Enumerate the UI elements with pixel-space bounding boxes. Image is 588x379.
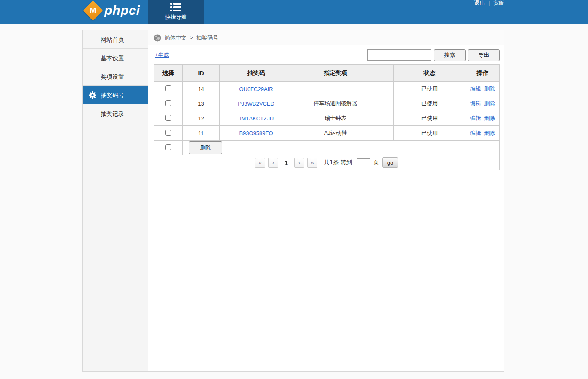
table-row: 14 OU0FC29AIR 已使用 编辑 删除	[154, 82, 500, 96]
cell-status: 已使用	[394, 111, 466, 126]
lottery-code-link[interactable]: OU0FC29AIR	[239, 86, 273, 92]
row-checkbox[interactable]	[165, 115, 171, 121]
edit-link[interactable]: 编辑	[470, 130, 481, 136]
logo-diamond-icon: M	[83, 0, 103, 21]
search-input[interactable]	[367, 49, 431, 61]
cell-status: 已使用	[394, 126, 466, 141]
globe-icon	[154, 34, 161, 42]
breadcrumb: 简体中文 > 抽奖码号	[148, 30, 504, 45]
col-header-status: 状态	[394, 65, 466, 82]
sidebar-item-label: 奖项设置	[101, 73, 124, 80]
logo-text: phpci	[104, 3, 140, 18]
logout-link[interactable]: 退出	[474, 0, 485, 6]
last-page-button[interactable]: »	[307, 158, 317, 168]
cell-empty	[378, 96, 394, 111]
col-header-id: ID	[183, 65, 220, 82]
generate-link[interactable]: +生成	[155, 51, 169, 59]
col-header-prize: 指定奖项	[293, 65, 378, 82]
link-separator: |	[489, 0, 490, 6]
lottery-code-link[interactable]: JM1AKCTZJU	[239, 115, 274, 122]
first-page-button[interactable]: «	[255, 158, 265, 168]
next-page-button[interactable]: ›	[294, 158, 304, 168]
edit-link[interactable]: 编辑	[470, 115, 481, 121]
sidebar-item-basic-settings[interactable]: 基本设置	[83, 49, 148, 67]
cell-status: 已使用	[394, 82, 466, 96]
cell-empty	[378, 111, 394, 126]
lottery-code-link[interactable]: B93O9589FQ	[239, 130, 273, 136]
sidebar-item-lottery-codes[interactable]: 抽奖码号	[83, 86, 148, 104]
bulk-delete-button[interactable]: 删除	[189, 141, 222, 154]
wide-version-link[interactable]: 宽版	[493, 0, 504, 6]
row-checkbox[interactable]	[165, 100, 171, 106]
table-row: 13 PJ3WB2VCED 停车场道闸破解器 已使用 编辑 删除	[154, 96, 500, 111]
quick-nav-label: 快捷导航	[165, 13, 187, 21]
pagination-row: « ‹ 1 › » 共1条 转到 页 go	[154, 155, 500, 170]
quick-nav-button[interactable]: 快捷导航	[148, 0, 204, 24]
cell-id: 11	[183, 126, 220, 141]
current-page-number: 1	[285, 159, 288, 166]
table-row: 12 JM1AKCTZJU 瑞士钟表 已使用 编辑 删除	[154, 111, 500, 126]
lottery-codes-table: 选择 ID 抽奖码 指定奖项 状态 操作 14 OU0FC29AIR 已使用	[154, 64, 500, 170]
sidebar-item-label: 网站首页	[101, 36, 124, 43]
search-button[interactable]: 搜索	[434, 49, 466, 61]
cell-prize: AJ运动鞋	[293, 126, 378, 141]
row-checkbox[interactable]	[165, 85, 171, 91]
sidebar-item-site-home[interactable]: 网站首页	[83, 30, 148, 49]
sidebar-item-prize-settings[interactable]: 奖项设置	[83, 67, 148, 86]
sidebar-item-label: 抽奖码号	[101, 92, 124, 99]
prev-page-button[interactable]: ‹	[268, 158, 278, 168]
cell-id: 13	[183, 96, 220, 111]
edit-link[interactable]: 编辑	[470, 85, 481, 92]
toolbar: +生成 搜索 导出	[148, 45, 504, 64]
delete-link[interactable]: 删除	[484, 130, 495, 136]
list-menu-icon	[170, 3, 181, 12]
col-header-select: 选择	[154, 65, 183, 82]
lottery-code-link[interactable]: PJ3WB2VCED	[238, 101, 274, 107]
cell-prize	[293, 82, 378, 96]
delete-link[interactable]: 删除	[484, 85, 495, 92]
logo-mark-letter: M	[90, 6, 96, 15]
pagination: « ‹ 1 › » 共1条 转到 页 go	[154, 157, 499, 168]
cell-empty	[378, 82, 394, 96]
page-suffix-text: 页	[373, 159, 379, 166]
select-all-checkbox[interactable]	[165, 144, 171, 150]
toolbar-search-group: 搜索 导出	[367, 49, 500, 61]
cell-empty	[378, 126, 394, 141]
cell-status: 已使用	[394, 96, 466, 111]
breadcrumb-current: 抽奖码号	[197, 34, 218, 42]
cell-prize: 瑞士钟表	[293, 111, 378, 126]
col-header-empty	[378, 65, 394, 82]
go-button[interactable]: go	[382, 157, 398, 168]
table-header-row: 选择 ID 抽奖码 指定奖项 状态 操作	[154, 65, 500, 82]
row-checkbox[interactable]	[165, 130, 171, 136]
table-footer-row: 删除	[154, 141, 500, 155]
sidebar-item-label: 基本设置	[101, 55, 124, 61]
delete-link[interactable]: 删除	[484, 100, 495, 107]
gear-icon	[89, 91, 96, 99]
col-header-code: 抽奖码	[220, 65, 293, 82]
cell-prize: 停车场道闸破解器	[293, 96, 378, 111]
delete-link[interactable]: 删除	[484, 115, 495, 121]
total-count-text: 共1条 转到	[324, 159, 352, 166]
table-row: 11 B93O9589FQ AJ运动鞋 已使用 编辑 删除	[154, 126, 500, 141]
breadcrumb-language: 简体中文	[165, 34, 186, 42]
breadcrumb-separator: >	[190, 35, 193, 41]
header-user-links: 退出 | 宽版	[474, 0, 504, 6]
sidebar-item-lottery-records[interactable]: 抽奖记录	[83, 104, 148, 123]
col-header-ops: 操作	[466, 65, 500, 82]
goto-page-input[interactable]	[357, 158, 370, 167]
sidebar-nav: 网站首页 基本设置 奖项设置 抽奖码号 抽奖记录	[83, 30, 148, 371]
edit-link[interactable]: 编辑	[470, 100, 481, 107]
sidebar-item-label: 抽奖记录	[101, 110, 124, 117]
app-logo: M phpci	[86, 3, 140, 18]
cell-id: 14	[183, 82, 220, 96]
cell-id: 12	[183, 111, 220, 126]
main-container: 网站首页 基本设置 奖项设置 抽奖码号 抽奖记录	[82, 30, 504, 372]
top-header-bar: M phpci 快捷导航 退出 | 宽版	[0, 0, 588, 24]
export-button[interactable]: 导出	[468, 49, 500, 61]
content-panel: 简体中文 > 抽奖码号 +生成 搜索 导出 选择 ID 抽奖码 指	[148, 30, 504, 371]
